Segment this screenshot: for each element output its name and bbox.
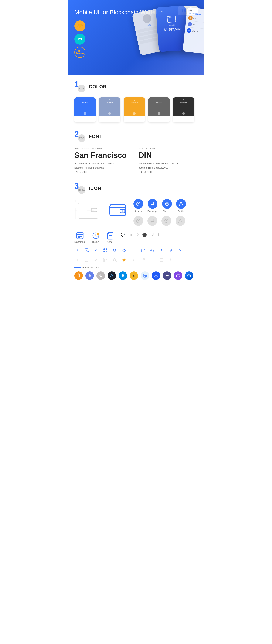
share-icon [140,248,146,253]
svg-text:Z: Z [132,274,134,277]
svg-rect-5 [92,208,97,212]
svg-rect-21 [77,232,83,239]
discover-nav-icon-inactive [162,216,171,226]
svg-point-51 [114,249,116,251]
blockchain-icon-label: BlockChain Icon [74,266,198,269]
svg-rect-46 [104,251,104,252]
svg-line-65 [143,259,144,260]
back-icon: ‹ [130,248,136,253]
forward-icon-grey: › [149,257,155,263]
qr-icon-grey [102,257,108,263]
sf-numbers: 1234567890 [74,170,134,174]
din-font-name: DIN [138,151,198,160]
svg-rect-44 [104,249,104,250]
history-tab-icon: History [92,232,100,243]
svg-point-17 [138,220,139,222]
svg-line-63 [116,260,117,262]
font-section-number: 2 TWO [74,131,86,142]
solid-wallet-icon [108,200,127,219]
din-style-label: Medium · Bold [138,147,198,150]
svg-point-19 [166,220,167,222]
svg-point-14 [166,203,168,204]
btc-icon: ₿ [74,272,83,280]
color-section: 1 ONE COLOR #3574FA #8DA0C8 [74,81,198,122]
svg-rect-60 [106,258,107,260]
back-icon-grey: ‹ [130,257,136,263]
moon-icon: ☽ [135,232,139,237]
feather-icon [108,272,116,280]
sketch-badge [74,20,86,32]
crypto-icons-row: ₿ Ł Đ Z [74,272,198,280]
unknown-crypto-icon [185,272,194,280]
font-section-header: 2 TWO FONT [74,131,198,142]
hero-section: Mobile UI for Blockchain Wallet UI Kit P… [68,0,204,75]
order-icon [106,232,114,240]
font-title: FONT [89,134,102,139]
svg-line-52 [116,251,117,252]
doc-icon-grey [84,257,90,263]
order-tab-icon: Order [106,232,114,243]
swap-icon: ⇄ [168,248,174,253]
svg-marker-73 [176,274,180,277]
assets-nav-icon-inactive [134,216,143,226]
color-title: COLOR [89,84,107,90]
profile-nav-icon: Profile [176,199,186,212]
sf-lowercase: abcdefghijklmnopqrstuvwxyz [74,166,134,170]
profile-label: Profile [178,210,184,212]
color-swatches: #3574FA #8DA0C8 #F5A623 [74,97,198,122]
din-lowercase: abcdefghijklmnopqrstuvwxyz [138,166,198,170]
profile-icon-circle [176,199,186,209]
nano-icon [163,272,171,280]
share-icon-grey [140,257,146,263]
font-grid: Regular · Medium · Bold San Francisco AB… [74,147,198,174]
profile-nav-icon-inactive [176,216,185,226]
message-icon: 🗨 [150,232,154,237]
qr-icon [102,248,108,253]
plus-icon-grey: ＋ [74,257,80,263]
icon-wireframe-container [74,199,102,222]
swatch-blue: #3574FA [74,97,96,122]
blockchain-line [74,268,81,268]
close-icon: ✕ [177,248,183,253]
sf-style-label: Regular · Medium · Bold [74,147,134,150]
star-icon-active [121,257,127,263]
management-label: Mangment [74,240,86,243]
font-section: 2 TWO FONT Regular · Medium · Bold San F… [74,131,198,174]
color-section-number: 1 ONE [74,81,86,92]
check-icon-grey: ✓ [93,257,99,263]
sf-font-name: San Francisco [74,151,134,160]
icon-title: ICON [89,186,101,191]
assets-nav-icon: Assets [134,199,143,212]
svg-rect-66 [160,258,163,262]
star-icon [121,248,127,253]
history-label: History [92,240,100,243]
dash-icon: Đ [118,272,127,280]
main-content: 1 ONE COLOR #3574FA #8DA0C8 [68,75,204,294]
sf-uppercase: ABCDEFGHIJKLMNOPQRSTUVWXYZ [74,162,134,166]
svg-rect-22 [77,232,83,235]
order-label: Order [107,240,113,243]
action-icons-inactive: ＋ ✓ ‹ › [74,257,198,263]
ps-badge: Ps [74,34,86,45]
icon-top-row: Assets Exchange Discover [74,199,198,226]
hero-title-normal: Mobile UI for Blockchain [74,9,140,16]
exchange-nav-icon-inactive [148,216,157,226]
export-icon [158,248,164,253]
discover-nav-icon: Discover [162,199,172,212]
layers-icon: ⊞ [129,232,132,237]
discover-label: Discover [162,210,172,212]
swatch-grey: #666666 [148,97,170,122]
svg-point-10 [122,210,123,212]
icon-section-header: 3 THREE ICON [74,183,198,194]
blockchain-text: BlockChain Icon [82,266,100,269]
swatch-greyblue: #8DA0C8 [99,97,120,122]
svg-point-62 [114,258,116,261]
icon-section: 3 THREE ICON [74,183,198,280]
gear-icon [149,248,155,253]
svg-point-12 [138,203,139,204]
svg-rect-61 [104,260,105,262]
svg-rect-59 [104,258,105,260]
search-icon [112,248,118,253]
exchange-nav-icon: Exchange [148,199,158,212]
check-icon: ✓ [93,248,99,253]
